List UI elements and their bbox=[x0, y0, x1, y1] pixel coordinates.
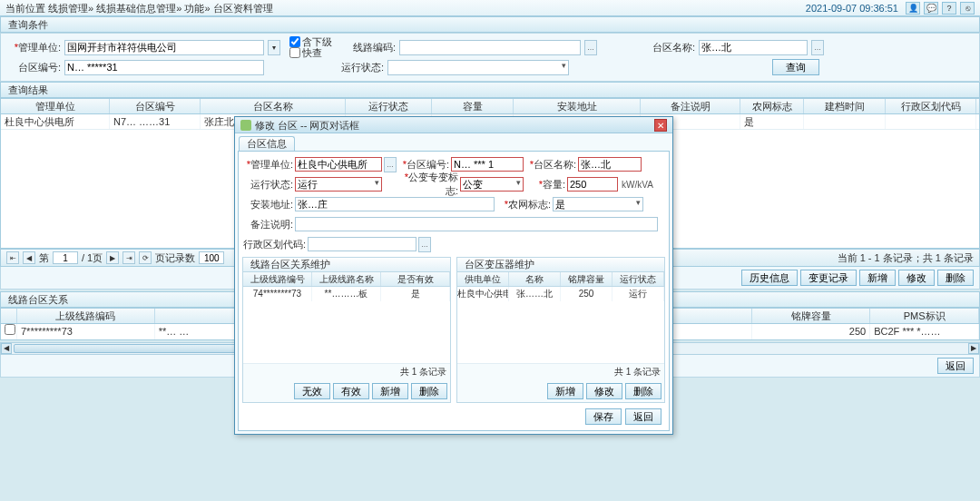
m-pubpriv-label: 公变专变标志: bbox=[393, 171, 458, 198]
pager-recs-input[interactable] bbox=[199, 251, 224, 264]
m-right-edit-button[interactable]: 修改 bbox=[586, 383, 622, 399]
cell: 杜良中心供电所 bbox=[1, 114, 110, 129]
help-icon[interactable]: ? bbox=[942, 2, 956, 15]
m-admin-input[interactable] bbox=[308, 237, 416, 251]
cell: 74********73 bbox=[243, 287, 312, 301]
user-icon[interactable]: 👤 bbox=[906, 2, 920, 15]
m-rural-select[interactable] bbox=[553, 197, 643, 211]
col-header bbox=[1, 309, 17, 323]
m-code-input[interactable] bbox=[451, 157, 524, 172]
m-right-del-button[interactable]: 删除 bbox=[625, 383, 662, 399]
sub-cell: 250 bbox=[752, 324, 870, 339]
sub-cell: BC2F *** *…… ………… 1827453F bbox=[870, 324, 979, 339]
delete-button[interactable]: 删除 bbox=[937, 270, 974, 286]
tab-area-info[interactable]: 台区信息 bbox=[239, 136, 295, 151]
include-sub-label: 含下级 bbox=[302, 37, 332, 46]
area-name-input[interactable] bbox=[699, 40, 808, 55]
scroll-left-icon[interactable]: ◀ bbox=[1, 343, 12, 354]
edit-dialog: 修改 台区 -- 网页对话框 ✕ 台区信息 管理单位: … 台区编号: 台区名称… bbox=[234, 116, 673, 435]
changelog-button[interactable]: 变更记录 bbox=[800, 270, 857, 286]
run-state-select[interactable] bbox=[387, 60, 569, 75]
dialog-app-icon bbox=[240, 120, 251, 131]
m-invalid-button[interactable]: 无效 bbox=[294, 383, 330, 399]
include-sub-checkbox[interactable] bbox=[289, 36, 300, 47]
col-header: 上级线路名称 bbox=[312, 272, 381, 286]
col-header: 容量 bbox=[432, 99, 514, 113]
col-header: 是否有效 bbox=[381, 272, 450, 286]
return-button[interactable]: 返回 bbox=[937, 358, 974, 374]
timestamp: 2021-09-07 09:36:51 bbox=[806, 0, 898, 16]
search-button[interactable]: 查询 bbox=[772, 59, 819, 75]
m-right-panel: 台区变压器维护 供电单位名称铭牌容量运行状态 杜良中心供电所张……北250运行 … bbox=[456, 257, 665, 403]
m-mgmt-input[interactable] bbox=[295, 157, 382, 172]
logout-icon[interactable]: ⎋ bbox=[960, 2, 975, 15]
close-icon[interactable]: ✕ bbox=[654, 119, 667, 132]
m-left-del-button[interactable]: 删除 bbox=[411, 383, 447, 399]
m-right-add-button[interactable]: 新增 bbox=[547, 383, 583, 399]
pager-last-icon[interactable]: ⇥ bbox=[122, 251, 135, 264]
edit-button[interactable]: 修改 bbox=[898, 270, 935, 286]
cell: 运行 bbox=[612, 287, 664, 301]
cell: 250 bbox=[561, 287, 612, 301]
cell: **………板 bbox=[312, 287, 381, 301]
area-name-picker-icon[interactable]: … bbox=[811, 40, 824, 55]
pager-summary: 当前 1 - 1 条记录；共 1 条记录 bbox=[838, 251, 974, 265]
col-header: 行政区划代码 bbox=[886, 99, 976, 113]
pager-rec-label: 页记录数 bbox=[155, 251, 195, 265]
cell: 张……北 bbox=[509, 287, 561, 301]
col-header: 供电单位 bbox=[457, 272, 509, 286]
m-admin-picker-icon[interactable]: … bbox=[418, 237, 431, 252]
m-name-input[interactable] bbox=[578, 157, 642, 172]
m-valid-button[interactable]: 有效 bbox=[333, 383, 369, 399]
pager-page-input[interactable] bbox=[53, 251, 78, 264]
m-right-tab[interactable]: 台区变压器维护 bbox=[457, 258, 664, 272]
m-cap-unit: kW/kVA bbox=[622, 180, 653, 190]
col-header: 铭牌容量 bbox=[752, 309, 870, 323]
mgmt-unit-picker-icon[interactable]: ▾ bbox=[268, 40, 280, 55]
m-cap-label: 容量: bbox=[525, 178, 565, 192]
m-left-add-button[interactable]: 新增 bbox=[372, 383, 408, 399]
col-header: 运行状态 bbox=[612, 272, 664, 286]
col-header: 上级线路编码 bbox=[17, 309, 155, 323]
fast-checkbox[interactable] bbox=[289, 47, 300, 58]
m-pubpriv-select[interactable] bbox=[460, 177, 524, 192]
sub-row-checkbox[interactable] bbox=[5, 324, 15, 335]
line-code-picker-icon[interactable]: … bbox=[584, 40, 597, 55]
m-install-input[interactable] bbox=[295, 197, 495, 211]
area-code-input[interactable] bbox=[64, 60, 264, 75]
line-code-input[interactable] bbox=[399, 40, 581, 55]
m-left-total: 共 1 条记录 bbox=[243, 363, 450, 380]
m-mgmt-picker-icon[interactable]: … bbox=[384, 157, 397, 172]
cell bbox=[886, 114, 976, 129]
m-remark-label: 备注说明: bbox=[242, 218, 293, 231]
area-code-label: 台区编号: bbox=[6, 61, 61, 74]
chat-icon[interactable]: 💬 bbox=[924, 2, 938, 15]
pager-prev-icon[interactable]: ◀ bbox=[23, 251, 35, 264]
pager-next-icon[interactable]: ▶ bbox=[106, 251, 119, 264]
m-left-tab[interactable]: 线路台区关系维护 bbox=[243, 258, 450, 272]
history-button[interactable]: 历史信息 bbox=[741, 270, 798, 286]
scroll-right-icon[interactable]: ▶ bbox=[968, 343, 979, 354]
col-header: 台区名称 bbox=[201, 99, 346, 113]
dialog-title: 修改 台区 -- 网页对话框 bbox=[255, 117, 360, 133]
pager-first-icon[interactable]: ⇤ bbox=[6, 251, 19, 264]
col-header: 铭牌容量 bbox=[561, 272, 612, 286]
pager-label-1: 第 bbox=[39, 251, 49, 265]
m-state-select[interactable] bbox=[295, 177, 382, 192]
col-header: 备注说明 bbox=[641, 99, 740, 113]
line-code-label: 线路编码: bbox=[341, 41, 396, 54]
mgmt-unit-input[interactable] bbox=[64, 40, 264, 55]
m-back-button[interactable]: 返回 bbox=[625, 408, 662, 425]
result-grid-header: 管理单位台区编号台区名称运行状态容量安装地址备注说明农网标志建档时间行政区划代码 bbox=[0, 98, 980, 114]
col-header: 安装地址 bbox=[514, 99, 641, 113]
col-header: 运行状态 bbox=[346, 99, 432, 113]
m-remark-input[interactable] bbox=[295, 217, 658, 231]
pager-refresh-icon[interactable]: ⟳ bbox=[139, 251, 152, 264]
query-section-header: 查询条件 bbox=[0, 16, 980, 33]
add-button[interactable]: 新增 bbox=[859, 270, 896, 286]
col-header: 台区编号 bbox=[110, 99, 201, 113]
fast-label: 快查 bbox=[302, 48, 322, 57]
sub-cell: 7*********73 bbox=[17, 324, 155, 339]
m-cap-input[interactable] bbox=[567, 177, 618, 192]
m-save-button[interactable]: 保存 bbox=[585, 408, 622, 425]
